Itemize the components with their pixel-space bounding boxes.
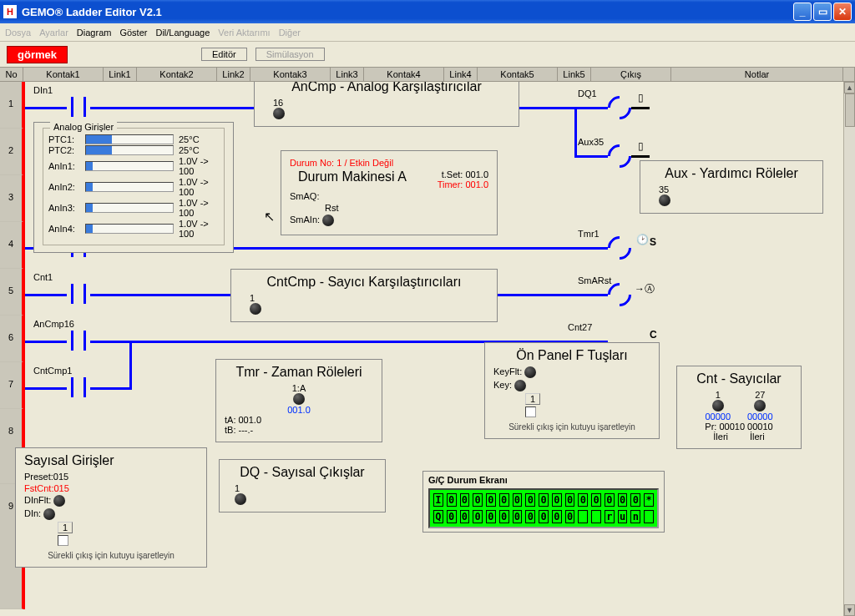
scrollbar-up-icon[interactable]: ▲ [844, 82, 855, 93]
io-cell: 0 [513, 493, 523, 507]
row-num-7[interactable]: 7 [0, 362, 23, 409]
sayisal-hint: Sürekli çıkış için kutuyu işaretleyin [24, 551, 198, 560]
analog-value: 1.0V -> 100 [174, 198, 219, 218]
cnt-hdr1: 1 [705, 390, 731, 400]
mode-button[interactable]: görmek [7, 46, 68, 63]
col-notlar[interactable]: Notlar [671, 68, 843, 81]
io-cell: 0 [473, 493, 483, 507]
io-cell: 0 [565, 510, 575, 523]
maximize-button[interactable]: ▭ [813, 3, 832, 21]
col-kontak5[interactable]: Kontak5 [478, 68, 558, 81]
vertical-scrollbar[interactable]: ▲ ▼ [843, 82, 855, 616]
io-cell: 0 [630, 493, 640, 507]
row-num-1[interactable]: 1 [0, 82, 23, 129]
io-cell: 0 [525, 510, 535, 523]
sayisal-checkbox[interactable] [58, 535, 68, 546]
wire [631, 107, 650, 109]
row-num-5[interactable]: 5 [0, 269, 23, 316]
panel-ancmp[interactable]: AnCmp - Analog Karşılaştırıcılar 16 [254, 82, 519, 127]
panel-dq[interactable]: DQ - Sayısal Çıkışlar 1 [219, 459, 386, 512]
analog-slider[interactable] [85, 203, 174, 213]
col-link1[interactable]: Link1 [104, 68, 137, 81]
sayisal-btn[interactable]: 1 [58, 522, 73, 533]
close-button[interactable]: ✕ [833, 3, 852, 21]
analog-value: 25°C [174, 134, 219, 144]
contact-din1[interactable] [67, 97, 90, 117]
row-num-3[interactable]: 3 [0, 175, 23, 222]
analog-girisler-title: Analog Girişler [50, 122, 117, 132]
label-aux35: Aux35 [578, 137, 604, 147]
analog-value: 25°C [174, 145, 219, 155]
col-kontak4[interactable]: Kontak4 [364, 68, 444, 81]
label-cnt1: Cnt1 [33, 272, 53, 282]
row-num-4[interactable]: 4 [0, 222, 23, 269]
io-cell: 0 [565, 493, 575, 507]
analog-slider[interactable] [85, 145, 174, 155]
label-din1: DIn1 [33, 85, 53, 95]
col-cikis[interactable]: Çıkış [591, 68, 671, 81]
panel-tmr[interactable]: Tmr - Zaman Röleleri 1:A 001.0 tA: 001.0… [215, 359, 382, 442]
cnt-title: Cnt - Sayıcılar [686, 371, 792, 386]
panel-gc-durum[interactable]: G/Ç Durum Ekranı I000000000000000* Q0000… [422, 471, 665, 533]
col-scroll-gap [843, 68, 855, 81]
menu-goster[interactable]: Göster [119, 28, 147, 38]
scrollbar-down-icon[interactable]: ▼ [844, 604, 855, 616]
led-icon [754, 400, 766, 412]
scrollbar-thumb[interactable] [845, 93, 855, 127]
minimize-button[interactable]: _ [793, 3, 812, 21]
menu-dil[interactable]: Dil/Language [155, 28, 210, 38]
row-num-6[interactable]: 6 [0, 316, 23, 362]
panel-durum-makinesi[interactable]: Durum No: 1 / Etkin Değil Durum Makinesi… [281, 150, 498, 235]
panel-sayisal-girisler[interactable]: Sayısal Girişler Preset:015 FstCnt:015 D… [15, 447, 207, 568]
coil-tmr1[interactable] [603, 231, 636, 265]
contact-cntcmp1[interactable] [67, 377, 90, 397]
panel-aux[interactable]: Aux - Yardımcı Röleler 35 [640, 160, 823, 214]
panel-analog-girisler[interactable]: Analog Girişler PTC1:25°CPTC2:25°CAnIn1:… [33, 122, 234, 253]
led-icon [293, 393, 305, 405]
panel-cntcmp[interactable]: CntCmp - Sayıcı Karşılaştırıcıları 1 [230, 269, 498, 322]
menu-diagram[interactable]: Diagram [77, 28, 112, 38]
analog-row: AnIn3:1.0V -> 100 [48, 198, 219, 218]
io-cell: n [630, 510, 640, 523]
aux-title: Aux - Yardımcı Röleler [649, 166, 814, 181]
menu-dosya[interactable]: Dosya [5, 28, 31, 38]
io-cell: 0 [605, 493, 615, 507]
contact-cnt1[interactable] [67, 284, 90, 304]
menu-veri[interactable]: Veri Aktarımı [218, 28, 270, 38]
col-link2[interactable]: Link2 [217, 68, 250, 81]
col-kontak2[interactable]: Kontak2 [137, 68, 217, 81]
analog-slider[interactable] [85, 182, 174, 192]
onpanel-checkbox[interactable] [525, 406, 536, 417]
contact-ancmp16[interactable] [67, 331, 90, 351]
analog-row: AnIn4:1.0V -> 100 [48, 219, 219, 239]
tmr-title: Tmr - Zaman Röleleri [225, 365, 373, 380]
analog-slider[interactable] [85, 224, 174, 234]
analog-slider[interactable] [85, 161, 174, 171]
col-kontak3[interactable]: Kontak3 [250, 68, 331, 81]
simulation-button[interactable]: Simülasyon [255, 48, 325, 61]
editor-button[interactable]: Editör [201, 48, 247, 61]
clock-icon: 🕑 [636, 234, 649, 245]
cnt-hdr2: 27 [747, 390, 773, 400]
col-link5[interactable]: Link5 [558, 68, 591, 81]
col-link4[interactable]: Link4 [444, 68, 478, 81]
col-no[interactable]: No [0, 68, 23, 81]
tmr-sub: 1:A [225, 383, 373, 393]
io-cell: 0 [591, 493, 601, 507]
col-link3[interactable]: Link3 [331, 68, 364, 81]
menu-ayarlar[interactable]: Ayarlar [39, 28, 68, 38]
analog-slider[interactable] [85, 134, 174, 144]
label-ancmp16: AnCmp16 [33, 319, 74, 329]
panel-cnt[interactable]: Cnt - Sayıcılar 1 00000 27 00000 Pr: 000… [676, 366, 802, 449]
gc-title: G/Ç Durum Ekranı [428, 475, 659, 485]
onpanel-hint: Sürekli çıkış için kutuyu işaretleyin [493, 422, 650, 432]
dq-title: DQ - Sayısal Çıkışlar [228, 465, 377, 480]
menu-diger[interactable]: Diğer [279, 28, 301, 38]
row-num-2[interactable]: 2 [0, 129, 23, 175]
onpanel-btn[interactable]: 1 [525, 393, 540, 405]
col-kontak1[interactable]: Kontak1 [23, 68, 104, 81]
io-cell: 0 [618, 493, 628, 507]
cnt-f2: İleri [750, 432, 765, 442]
durum-smaq: SmAQ: [290, 191, 488, 201]
panel-onpanel[interactable]: Ön Panel F Tuşları KeyFlt: Key: 1 Sürekl… [484, 342, 660, 439]
